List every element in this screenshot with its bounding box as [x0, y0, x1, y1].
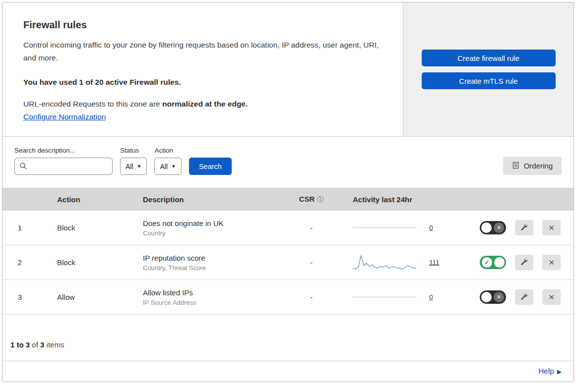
page-header: Firewall rules Control incoming traffic … [2, 2, 574, 137]
close-icon: ✕ [548, 258, 555, 267]
status-label: Status [120, 147, 147, 154]
page-title: Firewall rules [23, 19, 381, 31]
rule-csr: - [288, 224, 335, 232]
edit-rule-button[interactable] [515, 220, 533, 235]
status-dropdown[interactable]: All ▼ [120, 158, 147, 175]
chevron-down-icon: ▼ [171, 164, 176, 169]
create-mtls-rule-button[interactable]: Create mTLS rule [422, 72, 556, 89]
normalization-text: URL-encoded Requests to this zone are [23, 100, 162, 108]
rule-enabled-toggle[interactable] [480, 290, 506, 304]
close-icon: ✕ [548, 224, 555, 232]
rule-description-cell: Allow listed IPs IP Source Address [124, 288, 288, 306]
rule-activity-cell: 111 [335, 254, 456, 272]
table-row: 1 Block Does not originate in UK Country… [2, 211, 574, 245]
rule-enabled-toggle[interactable] [480, 221, 506, 234]
delete-rule-button[interactable]: ✕ [542, 255, 561, 270]
edit-rule-button[interactable] [515, 289, 533, 305]
rule-action: Allow [37, 293, 124, 301]
col-action: Action [37, 195, 124, 204]
summary-range: 1 to 3 [10, 340, 30, 349]
search-input[interactable] [14, 158, 113, 175]
firewall-rules-page: Firewall rules Control incoming traffic … [2, 2, 574, 382]
rule-description-cell: Does not originate in UK Country [124, 219, 288, 237]
wrench-icon [520, 258, 528, 267]
search-button[interactable]: Search [189, 158, 232, 175]
delete-rule-button[interactable]: ✕ [542, 289, 561, 305]
pagination-summary: 1 to 3 of 3 items [2, 315, 574, 361]
rule-action: Block [37, 224, 124, 232]
status-dropdown-value: All [126, 163, 133, 170]
rule-number: 3 [2, 293, 37, 301]
toggle-knob [494, 257, 505, 268]
help-link[interactable]: Help▶ [538, 367, 562, 375]
wrench-icon [520, 293, 528, 302]
normalization-note: URL-encoded Requests to this zone are no… [23, 100, 381, 109]
close-icon: ✕ [548, 293, 555, 302]
col-activity: Activity last 24hr [335, 195, 456, 204]
col-csr: CSRⓘ [288, 195, 335, 204]
rule-title: Does not originate in UK [143, 219, 288, 227]
help-bar: Help▶ [2, 361, 574, 382]
toggle-knob [481, 292, 492, 302]
header-content: Firewall rules Control incoming traffic … [2, 2, 403, 136]
filter-bar: Search description... Status All ▼ Actio… [2, 137, 574, 188]
activity-sparkline-flat [353, 227, 416, 228]
rule-csr: - [288, 293, 335, 301]
table-header-row: Action Description CSRⓘ Activity last 24… [2, 188, 574, 211]
search-icon [19, 162, 27, 170]
info-icon[interactable]: ⓘ [317, 196, 323, 203]
arrow-right-icon: ▶ [557, 368, 562, 375]
status-filter-group: Status All ▼ [120, 147, 147, 175]
ordering-list-icon [512, 162, 519, 170]
page-description: Control incoming traffic to your zone by… [23, 39, 381, 64]
search-wrap [14, 158, 113, 175]
table-row: 2 Block IP reputation score Country, Thr… [2, 245, 574, 280]
configure-normalization-link[interactable]: Configure Normalization [23, 112, 106, 121]
wrench-icon [520, 224, 528, 232]
action-dropdown[interactable]: All ▼ [154, 158, 181, 175]
activity-sparkline [353, 254, 416, 272]
activity-count-link[interactable]: 0 [429, 224, 438, 231]
header-actions-panel: Create firewall rule Create mTLS rule [403, 2, 574, 136]
rule-description-cell: IP reputation score Country, Threat Scor… [124, 254, 288, 272]
table-row: 3 Allow Allow listed IPs IP Source Addre… [2, 280, 574, 315]
activity-count-link[interactable]: 0 [429, 293, 438, 301]
help-link-label: Help [538, 367, 554, 375]
action-label: Action [154, 147, 181, 154]
rule-activity-cell: 0 [335, 224, 456, 231]
rule-activity-cell: 0 [335, 293, 456, 301]
action-filter-group: Action All ▼ [154, 147, 181, 175]
col-csr-label: CSR [299, 195, 315, 203]
search-group: Search description... [14, 147, 113, 175]
summary-of: of [30, 340, 40, 349]
search-label: Search description... [14, 147, 113, 154]
rule-subtitle: IP Source Address [143, 299, 288, 306]
create-firewall-rule-button[interactable]: Create firewall rule [422, 50, 556, 66]
rule-csr: - [288, 258, 335, 267]
ordering-button[interactable]: Ordering [503, 157, 562, 175]
toggle-knob [481, 223, 492, 233]
activity-count-link[interactable]: 111 [429, 259, 440, 266]
delete-rule-button[interactable]: ✕ [542, 220, 561, 235]
rule-enabled-toggle[interactable] [480, 256, 506, 269]
usage-summary: You have used 1 of 20 active Firewall ru… [23, 78, 381, 87]
action-dropdown-value: All [160, 163, 168, 170]
rule-action: Block [37, 258, 124, 267]
summary-items: items [44, 340, 64, 349]
rule-subtitle: Country, Threat Score [143, 264, 288, 272]
rule-number: 1 [2, 224, 37, 232]
chevron-down-icon: ▼ [137, 164, 142, 169]
col-description: Description [124, 195, 288, 204]
rule-controls: ✕ [456, 289, 574, 305]
activity-sparkline-flat [353, 297, 416, 297]
rule-number: 2 [2, 258, 37, 267]
rule-subtitle: Country [143, 229, 288, 237]
rule-title: IP reputation score [143, 254, 288, 262]
edit-rule-button[interactable] [515, 255, 533, 270]
normalization-bold-text: normalized at the edge. [162, 100, 248, 108]
rule-controls: ✕ [456, 255, 574, 270]
rule-title: Allow listed IPs [143, 288, 288, 297]
rule-controls: ✕ [456, 220, 574, 235]
ordering-button-label: Ordering [524, 162, 553, 170]
